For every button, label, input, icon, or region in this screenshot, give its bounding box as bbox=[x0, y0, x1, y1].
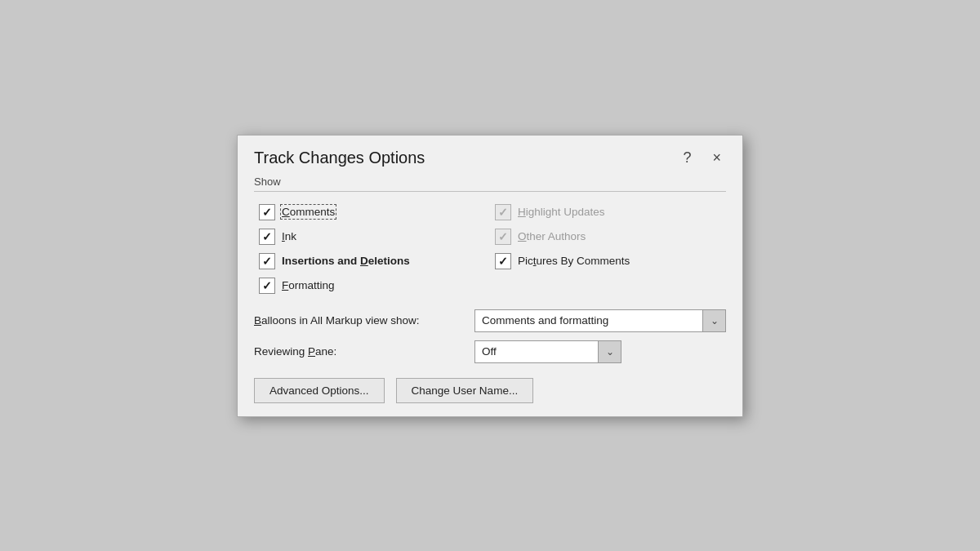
underline-h: H bbox=[518, 206, 526, 218]
right-checkboxes: Highlight Updates Other Authors Pictures… bbox=[490, 200, 726, 298]
title-buttons: ? × bbox=[678, 149, 726, 167]
checkbox-ink-label: Ink bbox=[282, 230, 296, 242]
underline-c: C bbox=[282, 206, 290, 218]
checkbox-row-other-authors: Other Authors bbox=[490, 224, 726, 249]
checkbox-highlight-updates bbox=[495, 204, 511, 220]
underline-f: F bbox=[282, 279, 288, 291]
balloons-label: Balloons in All Markup view show: bbox=[254, 314, 466, 327]
underline-b: B bbox=[254, 314, 261, 327]
advanced-options-button[interactable]: Advanced Options... bbox=[254, 378, 385, 403]
checkbox-ink[interactable] bbox=[259, 229, 275, 245]
checkbox-formatting[interactable] bbox=[259, 278, 275, 294]
reviewing-pane-dropdown-value: Off bbox=[475, 345, 598, 358]
underline-o: O bbox=[518, 230, 527, 242]
checkbox-other-authors-label: Other Authors bbox=[518, 230, 586, 242]
checkbox-insertions-deletions-label: Insertions and Deletions bbox=[282, 255, 410, 267]
change-user-name-button[interactable]: Change User Name... bbox=[396, 378, 534, 403]
checkbox-row-pictures[interactable]: Pictures By Comments bbox=[490, 249, 726, 273]
checkbox-row-insertions-deletions[interactable]: Insertions and Deletions bbox=[254, 249, 490, 273]
checkboxes-grid: Comments Ink Insertions and Deletions Fo… bbox=[254, 200, 726, 298]
reviewing-pane-row: Reviewing Pane: Off ⌄ bbox=[254, 340, 726, 363]
balloons-row: Balloons in All Markup view show: Commen… bbox=[254, 309, 726, 332]
underline-t: t bbox=[533, 255, 537, 267]
checkbox-row-formatting[interactable]: Formatting bbox=[254, 273, 490, 298]
checkbox-row-ink[interactable]: Ink bbox=[254, 224, 490, 249]
show-section-label: Show bbox=[254, 176, 726, 192]
checkbox-comments[interactable] bbox=[259, 204, 275, 220]
balloons-dropdown-value: Comments and formatting bbox=[475, 314, 702, 327]
balloons-dropdown-arrow[interactable]: ⌄ bbox=[702, 310, 725, 331]
underline-d: D bbox=[360, 255, 368, 267]
dialog-title: Track Changes Options bbox=[254, 149, 425, 167]
checkbox-comments-label: Comments bbox=[282, 206, 335, 218]
balloons-dropdown[interactable]: Comments and formatting ⌄ bbox=[474, 309, 726, 332]
dialog-body: Show Comments Ink Insertions and Deletio… bbox=[238, 176, 742, 416]
underline-p: P bbox=[308, 345, 315, 358]
underline-i: I bbox=[282, 230, 285, 242]
reviewing-pane-dropdown[interactable]: Off ⌄ bbox=[474, 340, 621, 363]
close-button[interactable]: × bbox=[707, 149, 726, 167]
checkbox-formatting-label: Formatting bbox=[282, 279, 335, 291]
checkbox-other-authors bbox=[495, 229, 511, 245]
checkbox-row-highlight-updates: Highlight Updates bbox=[490, 200, 726, 224]
help-button[interactable]: ? bbox=[678, 149, 696, 167]
left-checkboxes: Comments Ink Insertions and Deletions Fo… bbox=[254, 200, 490, 298]
buttons-row: Advanced Options... Change User Name... bbox=[254, 375, 726, 403]
checkbox-highlight-updates-label: Highlight Updates bbox=[518, 206, 605, 218]
checkbox-row-comments[interactable]: Comments bbox=[254, 200, 490, 224]
checkbox-pictures-by-comments-label: Pictures By Comments bbox=[518, 255, 630, 267]
dialog-title-bar: Track Changes Options ? × bbox=[238, 136, 742, 176]
checkbox-pictures-by-comments[interactable] bbox=[495, 253, 511, 269]
reviewing-pane-dropdown-arrow[interactable]: ⌄ bbox=[598, 341, 621, 362]
track-changes-options-dialog: Track Changes Options ? × Show Comments … bbox=[237, 135, 743, 417]
reviewing-pane-label: Reviewing Pane: bbox=[254, 345, 466, 358]
checkbox-insertions-deletions[interactable] bbox=[259, 253, 275, 269]
